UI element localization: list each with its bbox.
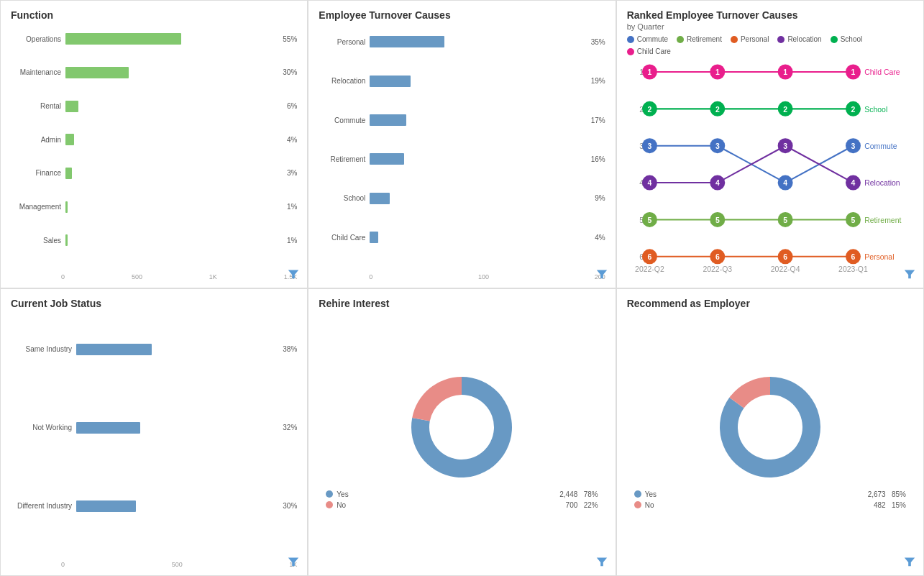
svg-text:3: 3: [715, 142, 720, 150]
ranked-legend-item: Personal: [731, 35, 769, 43]
bar-pct: 19%: [591, 77, 605, 85]
svg-text:6: 6: [851, 253, 855, 261]
bar-row: Child Care4%: [319, 229, 605, 245]
function-filter-icon[interactable]: [287, 268, 300, 280]
bar-pct: 3%: [287, 169, 297, 177]
svg-text:6: 6: [647, 253, 651, 261]
svg-text:2: 2: [783, 106, 787, 114]
svg-text:4: 4: [715, 179, 720, 187]
svg-text:3: 3: [647, 142, 651, 150]
bar-label: Relocation: [319, 77, 365, 85]
bar-row: Admin4%: [11, 132, 297, 147]
svg-text:1: 1: [851, 68, 855, 76]
svg-text:2022-Q4: 2022-Q4: [770, 265, 800, 273]
bar-container: [370, 114, 583, 126]
function-title: Function: [11, 9, 297, 21]
svg-text:4: 4: [783, 179, 787, 187]
bar-fill: [370, 76, 410, 87]
bar-pct: 6%: [287, 102, 297, 110]
donut-yes-label: Yes: [326, 490, 348, 498]
bar-label: Different Industry: [11, 502, 72, 510]
legend-label: Retirement: [687, 35, 722, 43]
bar-container: [76, 422, 275, 434]
svg-text:1: 1: [715, 68, 720, 76]
legend-label: Personal: [741, 35, 769, 43]
bar-label: Management: [11, 203, 61, 211]
bar-container: [65, 33, 275, 45]
bar-container: [76, 500, 275, 512]
x-axis-label: 500: [172, 561, 183, 568]
recommend-filter-icon[interactable]: [903, 555, 916, 568]
donut-legend: Yes 2,448 78% No 700 22%: [319, 488, 605, 509]
bar-container: [370, 153, 583, 165]
bar-pct: 1%: [287, 237, 297, 244]
bar-label: Finance: [11, 169, 61, 177]
ranked-filter-icon[interactable]: [903, 268, 916, 280]
svg-marker-1: [596, 270, 606, 278]
bar-pct: 35%: [591, 38, 605, 46]
bar-fill: [65, 67, 129, 78]
x-axis-label: 100: [478, 273, 489, 280]
bar-container: [65, 134, 280, 145]
bar-pct: 4%: [595, 234, 605, 242]
job-status-filter-icon[interactable]: [287, 555, 300, 568]
bar-label: Rental: [11, 102, 61, 110]
svg-text:5: 5: [647, 216, 651, 224]
bar-row: Rental6%: [11, 99, 297, 114]
bar-row: Retirement16%: [319, 151, 605, 167]
no-dot: [326, 501, 333, 508]
bar-label: Admin: [11, 136, 61, 144]
function-x-axis: 05001K1.5K: [11, 273, 297, 280]
ranked-legend-item: Child Care: [627, 47, 671, 55]
bar-pct: 9%: [595, 194, 605, 202]
legend-circle: [831, 36, 838, 43]
x-axis-label: 0: [369, 273, 372, 280]
legend-circle: [627, 36, 634, 43]
bar-pct: 55%: [283, 35, 297, 43]
bar-label: Maintenance: [11, 68, 61, 76]
svg-marker-68: [596, 558, 606, 567]
bar-fill: [65, 201, 68, 213]
svg-text:2022-Q3: 2022-Q3: [703, 265, 732, 273]
legend-label: School: [841, 35, 863, 43]
legend-label: Child Care: [637, 47, 671, 55]
turnover-x-axis: 0100200: [319, 273, 605, 280]
donut-legend-no-row: No 482 15%: [634, 501, 906, 509]
svg-text:Relocation: Relocation: [864, 179, 900, 187]
donut-legend-no-row: No 700 22%: [326, 501, 598, 509]
legend-label: Relocation: [787, 35, 821, 43]
bar-fill: [65, 234, 68, 246]
turnover-filter-icon[interactable]: [595, 268, 608, 280]
bar-row: Same Industry38%: [11, 342, 297, 357]
bar-fill: [65, 168, 72, 179]
no-dot: [634, 501, 641, 508]
rehire-filter-icon[interactable]: [595, 555, 608, 568]
bar-pct: 16%: [591, 155, 605, 163]
donut-svg: [404, 370, 519, 488]
function-panel: Function Operations55%Maintenance30%Rent…: [0, 0, 308, 288]
svg-marker-69: [905, 558, 915, 567]
yes-count: 2,448 78%: [559, 490, 598, 498]
bar-row: Commute17%: [319, 112, 605, 128]
job-status-x-axis: 05001K: [11, 561, 297, 568]
svg-text:Retirement: Retirement: [864, 216, 901, 224]
donut-svg: [713, 370, 828, 488]
yes-dot: [634, 490, 641, 498]
job-status-panel: Current Job Status Same Industry38%Not W…: [0, 288, 308, 577]
bar-row: Management1%: [11, 199, 297, 215]
svg-text:4: 4: [851, 179, 855, 187]
bar-fill: [76, 500, 136, 512]
ranked-legend-item: Retirement: [677, 35, 722, 43]
bar-fill: [370, 232, 378, 243]
svg-text:2: 2: [851, 106, 855, 114]
ranked-subtitle: by Quarter: [627, 22, 913, 31]
svg-text:2: 2: [715, 106, 720, 114]
rehire-panel: Rehire Interest Yes 2,448 78% No 700 22%: [308, 288, 616, 577]
bar-container: [65, 67, 275, 78]
svg-marker-66: [905, 270, 915, 278]
job-status-title: Current Job Status: [11, 298, 297, 309]
ranked-legend-item: School: [831, 35, 863, 43]
svg-text:5: 5: [715, 216, 720, 224]
x-axis-label: 1K: [209, 273, 217, 280]
bar-label: Commute: [319, 116, 365, 124]
